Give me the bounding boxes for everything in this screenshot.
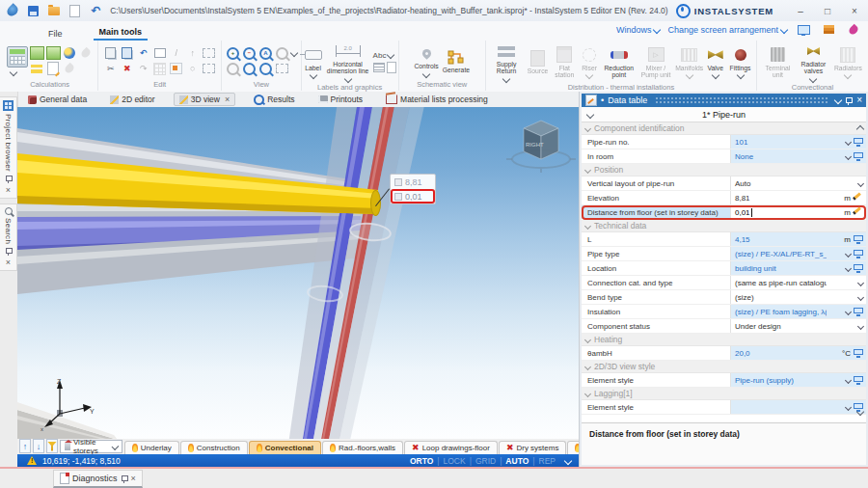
property-value[interactable]: (size) / PE foam lagging, λ(20°C)=0,038\ <box>731 305 827 318</box>
delete-icon[interactable]: ✖ <box>120 62 134 75</box>
zoom-selection-icon[interactable] <box>275 46 289 60</box>
new-file-icon[interactable] <box>68 4 82 17</box>
view-cube[interactable]: RIGHT <box>504 109 579 175</box>
view-frame-icon[interactable] <box>275 62 289 75</box>
minimize-button[interactable]: – <box>787 1 814 20</box>
property-row[interactable]: Pipe type(size) / PE-X/AL/PE-RT_s_l <box>582 247 866 261</box>
calculations-more-icon[interactable] <box>9 68 16 76</box>
collapse-icon[interactable] <box>584 363 591 369</box>
property-value[interactable]: Under design <box>731 319 827 333</box>
windows-dropdown[interactable]: Windows <box>616 25 661 35</box>
tab-2d-editor[interactable]: 2D editor <box>105 94 160 105</box>
chevron-down-icon[interactable] <box>845 308 852 314</box>
text-style-button[interactable]: Abc <box>373 51 396 60</box>
property-value[interactable] <box>731 400 827 414</box>
pin-icon[interactable] <box>5 175 13 183</box>
storey-up-button[interactable]: ↑ <box>19 439 31 453</box>
drop-tool-icon[interactable] <box>79 46 94 60</box>
copy-icon[interactable] <box>103 46 118 60</box>
close-button[interactable]: × <box>841 1 868 20</box>
chevron-down-icon[interactable] <box>845 403 852 410</box>
label-button[interactable]: Label <box>304 45 323 79</box>
pin-icon[interactable] <box>5 247 13 256</box>
equalize-icon[interactable] <box>30 62 44 75</box>
drop-tool2-icon[interactable] <box>63 62 77 75</box>
layer-tab-rad-floors-walls[interactable]: Rad.-floors,walls <box>322 441 403 454</box>
zoom-in-icon[interactable]: + <box>226 46 240 60</box>
chevron-down-icon[interactable] <box>845 250 852 257</box>
riser-button[interactable]: Riser <box>579 45 601 79</box>
close-tab-icon[interactable]: × <box>225 95 230 104</box>
property-row[interactable]: L4,15m <box>582 232 866 247</box>
close-icon[interactable]: × <box>6 186 11 195</box>
property-value[interactable]: 4,15 <box>731 232 827 246</box>
section-header[interactable]: Technical data <box>582 220 866 232</box>
visible-storeys-dropdown[interactable]: Visible storeys <box>60 440 122 453</box>
grid-snap-icon[interactable] <box>152 62 167 75</box>
sidebar-tab-search[interactable]: Search × <box>0 203 17 271</box>
panel-menu-icon[interactable] <box>834 96 842 104</box>
reduction-point-button[interactable]: Reduction point <box>601 45 637 80</box>
selection-icon[interactable] <box>202 62 216 75</box>
zoom-previous-icon[interactable] <box>242 62 257 75</box>
data-check-icon[interactable] <box>63 46 77 60</box>
undo-edit-icon[interactable]: ↶ <box>136 46 150 60</box>
radiators-button[interactable]: Radiators <box>832 45 863 79</box>
panel-drag-grip[interactable] <box>655 96 827 104</box>
chevron-down-icon[interactable] <box>845 376 852 383</box>
source-button[interactable]: Source <box>525 48 551 75</box>
3d-viewport[interactable]: Z Y x RIGHT 8,81 0,01 <box>17 107 579 439</box>
sheet-icon[interactable] <box>387 62 396 73</box>
section-header[interactable]: Component identification <box>582 122 866 135</box>
pin-icon[interactable] <box>121 474 128 483</box>
tab-general-data[interactable]: General data <box>23 94 92 105</box>
fittings-button[interactable]: Fittings <box>726 45 754 79</box>
sidebar-tab-project-browser[interactable]: Project browser × <box>0 96 17 199</box>
chevron-down-icon[interactable] <box>857 322 864 329</box>
controls-button[interactable]: Controls <box>413 43 439 77</box>
panel-header[interactable]: • Data table × <box>582 94 866 107</box>
app-logo-icon[interactable] <box>6 4 19 17</box>
collapse-icon[interactable] <box>584 166 591 173</box>
maximize-button[interactable]: □ <box>814 1 841 20</box>
mode-rep[interactable]: REP <box>539 456 556 466</box>
open-icon[interactable] <box>47 4 61 17</box>
close-icon[interactable]: × <box>131 474 136 483</box>
app-drop-icon[interactable] <box>845 22 862 37</box>
mode-grid[interactable]: GRID <box>475 456 496 466</box>
layer-tab-underlay[interactable]: Underlay <box>124 441 179 454</box>
chevron-down-icon[interactable] <box>845 138 852 145</box>
flat-station-button[interactable]: Flat station <box>551 45 579 80</box>
layer-tab-loop-drawings[interactable]: ✖Loop drawings-floor <box>404 441 498 454</box>
mode-lock[interactable]: LOCK <box>444 456 466 466</box>
view-more-icon[interactable] <box>290 49 298 57</box>
status-more-icon[interactable] <box>564 456 572 464</box>
rectangle-tool-icon[interactable] <box>152 46 167 60</box>
change-screen-arrangement-dropdown[interactable]: Change screen arrangement <box>667 25 787 35</box>
node-edit-icon[interactable] <box>169 62 183 75</box>
tab-3d-view[interactable]: 3D view× <box>174 93 236 106</box>
chevron-down-icon[interactable] <box>857 179 864 186</box>
property-value[interactable]: (size) / PE-X/AL/PE-RT_s_l <box>731 247 827 260</box>
property-value[interactable]: Pipe-run (supply) <box>731 373 827 387</box>
property-row[interactable]: Bend type(size) <box>582 290 866 305</box>
chevron-down-icon[interactable] <box>845 152 852 159</box>
table-icon[interactable] <box>373 63 385 72</box>
layer-tab-construction[interactable]: Construction <box>180 441 248 454</box>
chevron-down-icon[interactable] <box>857 279 864 285</box>
property-row[interactable]: Component statusUnder design <box>582 319 866 334</box>
property-row[interactable]: Connection cat. and type(same as pipe-ru… <box>582 276 866 290</box>
mode-orto[interactable]: ORTO <box>410 456 433 466</box>
layer-tab-convectional[interactable]: Convectional <box>249 441 321 454</box>
terminal-unit-button[interactable]: Terminal unit <box>761 45 794 80</box>
diagnostics-tab[interactable]: Diagnostics × <box>53 470 143 488</box>
horizontal-dimension-line-button[interactable]: 2.0 Horizontal dimension line <box>325 41 371 83</box>
property-row[interactable]: Insulation(size) / PE foam lagging, λ(20… <box>582 305 866 319</box>
zoom-out-icon[interactable]: − <box>242 46 257 60</box>
results-image-icon[interactable] <box>30 46 44 60</box>
undo-icon[interactable]: ↶ <box>89 4 102 17</box>
property-value[interactable]: 8,81 <box>731 191 827 204</box>
section-header[interactable]: Lagging[1] <box>582 388 866 400</box>
dimension-icon[interactable] <box>202 46 216 60</box>
cut-icon[interactable]: ✂ <box>103 62 118 75</box>
